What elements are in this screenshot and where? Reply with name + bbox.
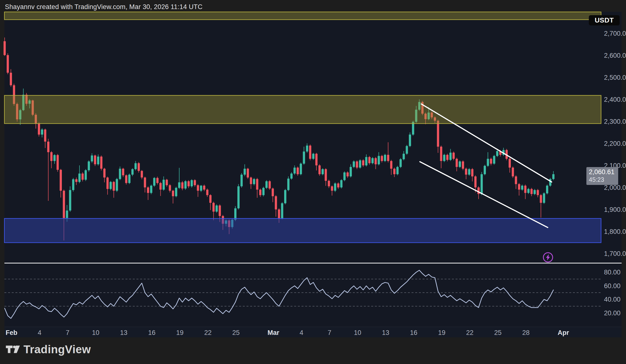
time-tick-label: 10 (92, 329, 99, 337)
candlestick-series[interactable] (4, 38, 555, 241)
time-axis[interactable]: Feb47101316192225Mar4710131619222528Apr (4, 327, 622, 337)
time-tick-label: 7 (328, 329, 331, 337)
rsi-tick-label: 80.00 (604, 269, 621, 276)
tradingview-logo-icon (6, 344, 20, 355)
time-tick-label: 4 (38, 329, 41, 337)
time-tick-label: 4 (300, 329, 303, 337)
time-tick-label: 7 (66, 329, 70, 337)
time-tick-label: 10 (354, 329, 361, 337)
lightning-bolt-button[interactable] (542, 252, 554, 263)
price-tick-label: 2,200.00 (604, 140, 626, 148)
bar-countdown: 45:23 (589, 176, 618, 183)
last-price-badge: 2,060.61 45:23 (587, 167, 618, 185)
time-tick-month-label: Apr (558, 329, 569, 337)
time-tick-label: 16 (410, 329, 417, 337)
time-tick-label: 28 (522, 329, 530, 337)
time-tick-label: 19 (438, 329, 445, 337)
time-tick-label: 22 (204, 329, 211, 337)
time-tick-month-label: Feb (6, 329, 17, 337)
price-tick-label: 2,700.00 (604, 30, 626, 38)
price-tick-label: 2,600.00 (604, 52, 626, 59)
time-tick-label: 16 (148, 329, 156, 337)
tradingview-chart-screenshot: Shayannv created with TradingView.com, M… (0, 0, 626, 364)
price-tick-label: 2,000.00 (604, 184, 626, 192)
chart-canvas (0, 0, 626, 364)
price-tick-label: 2,400.00 (604, 96, 626, 103)
lightning-bolt-icon (542, 252, 554, 263)
quote-currency-badge: USDT (589, 15, 620, 25)
time-tick-label: 13 (382, 329, 389, 337)
time-tick-label: 19 (176, 329, 183, 337)
price-tick-label: 2,300.00 (604, 118, 626, 125)
rsi-indicator (4, 270, 601, 319)
price-zones[interactable] (4, 12, 601, 243)
price-tick-label: 2,500.00 (604, 74, 626, 81)
price-tick-label: 1,900.00 (604, 206, 626, 214)
rsi-tick-label: 40.00 (604, 296, 621, 303)
time-tick-label: 13 (120, 329, 127, 337)
pane-separator[interactable] (4, 263, 622, 263)
time-tick-label: 22 (466, 329, 473, 337)
tradingview-watermark[interactable]: TradingView (6, 343, 91, 356)
price-tick-label: 1,800.00 (604, 228, 626, 236)
rsi-tick-label: 60.00 (604, 282, 621, 290)
time-tick-label: 25 (494, 329, 502, 337)
time-tick-month-label: Mar (268, 329, 279, 337)
rsi-tick-label: 20.00 (604, 309, 621, 317)
time-tick-label: 25 (232, 329, 240, 337)
tradingview-logo-text: TradingView (23, 343, 91, 356)
last-price-value: 2,060.61 (589, 168, 618, 176)
price-tick-label: 1,700.00 (604, 250, 626, 258)
